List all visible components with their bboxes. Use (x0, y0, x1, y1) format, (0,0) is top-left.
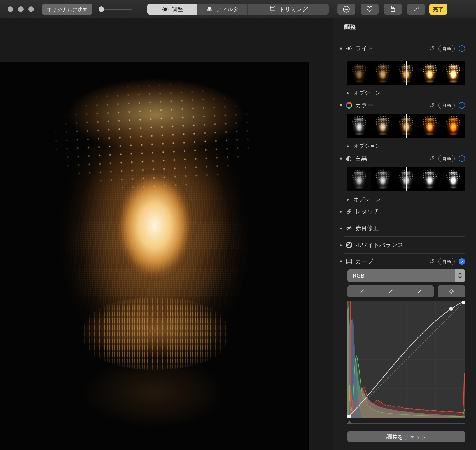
done-button[interactable]: 完了 (429, 4, 447, 15)
section-row-bw: ▼ ◐ 白黒 ↺ 自動 (340, 153, 465, 164)
white-point-eyedropper-button[interactable] (405, 285, 434, 297)
bw-enabled-checkbox[interactable] (459, 155, 465, 162)
undo-curves-button[interactable]: ↺ (429, 258, 435, 265)
tab-crop[interactable]: トリミング (247, 4, 329, 15)
light-sun-icon (345, 45, 353, 52)
disclosure-right-icon[interactable]: ▶ (340, 243, 345, 247)
curve-input-marker[interactable] (347, 420, 352, 424)
bw-strip-handle[interactable] (406, 167, 407, 191)
bw-options-row[interactable]: ▶ オプション (347, 196, 465, 203)
light-strip-handle[interactable] (406, 61, 407, 85)
more-icon (342, 5, 350, 13)
disclosure-down-icon[interactable]: ▼ (340, 156, 345, 161)
light-options-row[interactable]: ▶ オプション (347, 89, 465, 97)
tab-adjust[interactable]: 調整 (147, 4, 197, 15)
bw-thumbnail-4[interactable] (418, 167, 442, 191)
options-label: オプション (354, 89, 381, 97)
divider (344, 36, 462, 36)
window-controls (8, 6, 34, 12)
auto-enhance-wand-icon (412, 5, 420, 13)
color-enabled-checkbox[interactable] (459, 102, 465, 109)
more-button[interactable] (337, 4, 355, 15)
color-options-row[interactable]: ▶ オプション (347, 142, 465, 150)
section-label-light: ライト (355, 44, 373, 52)
light-thumbnail-5[interactable] (442, 61, 465, 85)
color-thumbnail-4[interactable] (418, 114, 442, 138)
eyedropper-icon (416, 288, 423, 295)
bw-thumbnail-2[interactable] (371, 167, 395, 191)
curves-enabled-checkbox[interactable] (459, 258, 465, 265)
curves-channel-value: RGB (353, 269, 365, 282)
section-label-color: カラー (355, 101, 373, 109)
disclosure-down-icon[interactable]: ▼ (340, 46, 345, 51)
curve-endpoint-highlights[interactable] (462, 301, 465, 304)
auto-color-button[interactable]: 自動 (438, 102, 455, 109)
reset-adjustments-button[interactable]: 調整をリセット (347, 431, 465, 442)
disclosure-right-icon[interactable]: ▶ (340, 209, 345, 214)
section-row-white-balance[interactable]: ▶ W B ホワイトバランス (340, 240, 465, 250)
curve-input-track[interactable] (347, 423, 465, 424)
divider (344, 236, 465, 237)
auto-curves-button[interactable]: 自動 (438, 258, 455, 265)
light-thumbnail-2[interactable] (371, 61, 395, 85)
rotate-icon (389, 5, 397, 13)
section-row-curves: ▼ カーブ ↺ 自動 (340, 256, 465, 267)
divider (344, 220, 465, 220)
undo-bw-button[interactable]: ↺ (429, 155, 435, 162)
black-point-eyedropper-button[interactable] (347, 285, 376, 297)
panel-title: 調整 (344, 23, 356, 31)
tab-filters-label: フィルタ (216, 6, 239, 13)
section-label-white-balance: ホワイトバランス (355, 241, 403, 249)
zoom-slider[interactable] (99, 6, 132, 12)
undo-color-button[interactable]: ↺ (429, 102, 435, 109)
adjust-panel: 調整 ▼ ライト ↺ 自動 ▶ オプション (333, 18, 476, 450)
select-stepper-icon[interactable] (455, 269, 465, 282)
disclosure-down-icon[interactable]: ▼ (340, 259, 345, 264)
favorite-button[interactable] (361, 4, 379, 15)
disclosure-right-icon[interactable]: ▶ (340, 226, 345, 230)
rotate-button[interactable] (384, 4, 402, 15)
light-enabled-checkbox[interactable] (459, 45, 465, 52)
close-button[interactable] (8, 6, 13, 12)
curve-endpoint-shadows[interactable] (347, 415, 351, 418)
tab-adjust-label: 調整 (172, 6, 183, 13)
tone-curve-editor[interactable] (347, 301, 465, 418)
favorite-heart-icon (366, 5, 374, 13)
light-thumbnail-4[interactable] (418, 61, 442, 85)
eyedropper-icon (388, 288, 394, 295)
section-row-redeye[interactable]: ▶ 赤目修正 (340, 223, 465, 233)
bw-thumbnail-5[interactable] (442, 167, 465, 191)
bw-thumbnail-1[interactable] (347, 167, 371, 191)
zoom-slider-track[interactable] (102, 9, 132, 10)
auto-light-button[interactable]: 自動 (438, 45, 455, 52)
zoom-slider-knob[interactable] (99, 6, 104, 12)
tab-filters[interactable]: フィルタ (197, 4, 247, 15)
options-label: オプション (354, 142, 381, 150)
section-row-retouch[interactable]: ▶ レタッチ (340, 206, 465, 216)
color-thumbnail-1[interactable] (347, 114, 371, 138)
revert-original-button[interactable]: オリジナルに戻す (42, 4, 92, 15)
minimize-button[interactable] (18, 6, 24, 12)
disclosure-down-icon[interactable]: ▼ (340, 103, 345, 107)
gray-point-eyedropper-button[interactable] (376, 285, 405, 297)
target-icon (448, 288, 455, 295)
section-label-curves: カーブ (355, 257, 373, 265)
cup-base-texture (84, 297, 227, 370)
color-thumbnail-2[interactable] (371, 114, 395, 138)
auto-enhance-button[interactable] (407, 4, 425, 15)
auto-bw-button[interactable]: 自動 (438, 155, 455, 162)
add-curve-point-button[interactable] (438, 285, 465, 297)
section-row-color: ▼ カラー ↺ 自動 (340, 100, 465, 111)
section-label-bw: 白黒 (355, 154, 367, 162)
undo-light-button[interactable]: ↺ (429, 45, 435, 52)
curves-channel-select[interactable]: RGB (347, 269, 465, 282)
bw-strip (347, 167, 465, 191)
fullscreen-button[interactable] (28, 6, 34, 12)
color-strip-handle[interactable] (406, 114, 407, 138)
light-thumbnail-1[interactable] (347, 61, 371, 85)
toolbar: オリジナルに戻す 調整 フィルタ (0, 0, 476, 19)
color-thumbnail-5[interactable] (442, 114, 465, 138)
curves-eyedropper-group (347, 285, 434, 297)
photo-canvas (0, 18, 333, 450)
curve-control-point[interactable] (449, 307, 453, 311)
